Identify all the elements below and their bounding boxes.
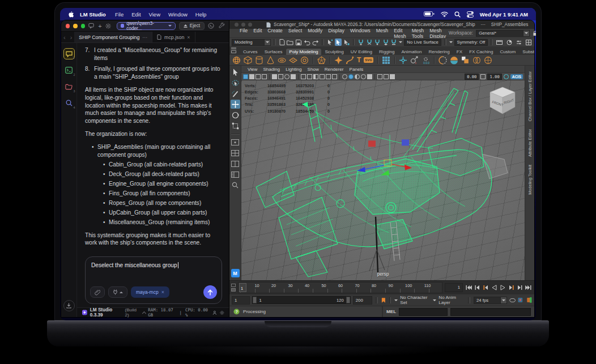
workspace-selector[interactable]: General*	[476, 30, 530, 37]
ship-wireframe-model[interactable]	[241, 80, 525, 280]
menu-item[interactable]: Edit Mesh	[391, 28, 409, 39]
menu-item[interactable]: Mesh	[373, 28, 391, 39]
command-language-label[interactable]: MEL	[386, 309, 396, 314]
panel-menu-item[interactable]: Renderer	[322, 67, 347, 72]
chat-transcript[interactable]: 7.I created a "Miscellaneous_Group" for …	[77, 43, 229, 252]
menubar-file[interactable]: File	[115, 11, 124, 18]
panel-menu-item[interactable]: View	[245, 67, 260, 72]
open-scene-icon[interactable]	[287, 38, 293, 46]
menu-item[interactable]: Create	[265, 28, 285, 39]
viewport-toolbar-icon[interactable]	[342, 74, 347, 79]
viewport-toolbar-icon[interactable]	[243, 74, 248, 79]
viewport-toolbar-icon[interactable]	[384, 74, 389, 79]
snap-view-icon[interactable]	[391, 38, 398, 46]
svg-tool-icon[interactable]: SVG	[364, 57, 373, 63]
attach-button[interactable]	[90, 286, 105, 298]
shelf-menu-icon[interactable]	[231, 48, 236, 49]
viewport-toolbar-icon[interactable]	[320, 74, 325, 79]
shelf-tab[interactable]: FX Caching	[466, 49, 496, 55]
render-settings-icon[interactable]	[515, 38, 522, 46]
wrench-icon[interactable]	[219, 23, 225, 29]
model-selector[interactable]: qwen/qwen3-coder...	[117, 22, 176, 30]
close-button[interactable]	[66, 24, 70, 28]
transform-constraint-icon[interactable]: x	[410, 56, 419, 65]
shelf-tab[interactable]: Custom	[496, 49, 519, 55]
tab-mcp-json[interactable]: mcp.json ×	[152, 32, 195, 42]
user-icon[interactable]	[212, 310, 217, 315]
step-back-frame-button[interactable]	[474, 284, 480, 291]
battery-icon[interactable]	[424, 11, 435, 17]
anim-layer-selector[interactable]: No Anim Layer	[439, 295, 465, 305]
tools-button[interactable]	[108, 286, 127, 298]
range-slider[interactable]: 1 120	[252, 296, 350, 304]
send-button[interactable]	[203, 285, 217, 299]
divider[interactable]	[491, 39, 493, 45]
menu-item[interactable]: Mesh Tools	[409, 28, 427, 39]
viewport-toolbar-icon[interactable]	[272, 74, 277, 79]
snap-point-icon[interactable]	[374, 38, 381, 46]
snap-together-icon[interactable]: 0.0.0	[422, 56, 430, 65]
shelf-tab[interactable]: Rendering	[425, 49, 453, 55]
paint-select-tool[interactable]	[231, 89, 240, 98]
zoom-button[interactable]	[81, 24, 85, 28]
layout-two-pane[interactable]	[231, 159, 240, 168]
menu-item[interactable]: Mesh Display	[427, 28, 449, 39]
menubar-clock[interactable]: Wed Apr 1 9:41 AM	[480, 11, 528, 18]
anim-start-field[interactable]: 1	[232, 296, 250, 305]
viewport-toolbar-icon[interactable]	[361, 74, 366, 79]
viewport-toolbar-icon[interactable]	[307, 74, 312, 79]
auto-key-icon[interactable]	[518, 297, 523, 303]
menu-item[interactable]: Select	[286, 28, 305, 39]
layout-four-pane[interactable]	[231, 148, 240, 157]
viewport-toolbar-icon[interactable]	[278, 74, 283, 79]
bookmark-key-icon[interactable]	[381, 297, 386, 303]
dock-tab[interactable]: Channel Box / Layer Editor	[527, 67, 533, 125]
exposure-field[interactable]: 0.00	[465, 74, 479, 80]
outliner-zoom-icon[interactable]	[231, 181, 240, 190]
new-chat-button[interactable]: +	[98, 23, 101, 29]
chevron-down-icon[interactable]	[449, 41, 453, 45]
anim-pref-icon[interactable]	[231, 288, 236, 292]
step-back-key-button[interactable]	[482, 284, 489, 291]
menubar-window[interactable]: Window	[168, 11, 188, 18]
divider[interactable]	[444, 39, 446, 45]
step-forward-key-button[interactable]	[508, 284, 514, 291]
play-forwards-button[interactable]	[499, 284, 506, 291]
menubar-app-name[interactable]: LM Studio	[80, 11, 106, 18]
mcp-server-chip[interactable]: maya-mcp ×	[131, 286, 169, 298]
chevron-down-icon[interactable]	[394, 299, 398, 303]
rotate-tool[interactable]	[231, 110, 240, 119]
viewport-canvas[interactable]: Verts:16854495163752030Edges:33803668328…	[241, 80, 525, 280]
close-tab-icon[interactable]: ×	[187, 35, 190, 40]
viewport-toolbar-icon[interactable]	[284, 74, 290, 79]
gamma-field[interactable]: 1.00	[487, 74, 501, 80]
viewport-toolbar-icon[interactable]	[249, 74, 254, 79]
search-icon[interactable]	[454, 11, 461, 18]
shelf-tab[interactable]: Surfaces	[261, 49, 286, 55]
viewport-toolbar-icon[interactable]	[480, 74, 486, 79]
panel-menu-item[interactable]: Show	[304, 67, 321, 72]
lock-icon[interactable]	[533, 31, 536, 36]
range-handle-left[interactable]	[253, 297, 257, 303]
poly-cylinder-icon[interactable]	[255, 56, 263, 65]
command-input[interactable]	[399, 308, 448, 316]
interactive-split-icon[interactable]	[450, 56, 458, 65]
snap-plane-icon[interactable]	[382, 38, 389, 46]
dock-tab[interactable]: Modeling Toolkit	[527, 161, 533, 199]
new-scene-icon[interactable]	[279, 38, 286, 46]
menu-item[interactable]: Windows	[347, 28, 373, 39]
poly-sphere-icon[interactable]	[232, 56, 241, 65]
shelf-tab[interactable]: Rigging	[376, 49, 398, 55]
back-chevron-icon[interactable]: ‹	[61, 32, 68, 42]
status-chevron-icon[interactable]	[142, 311, 146, 315]
timeline-ruler[interactable]: 0102030405060708090100110120 1	[238, 282, 442, 293]
go-to-end-button[interactable]	[525, 284, 531, 291]
chevron-down-icon[interactable]	[399, 41, 402, 45]
step-forward-frame-button[interactable]	[516, 284, 523, 291]
select-tool[interactable]	[231, 67, 240, 76]
chevron-down-icon[interactable]	[433, 299, 436, 303]
menubar-edit[interactable]: Edit	[131, 11, 141, 18]
poly-pipe-icon[interactable]	[300, 56, 309, 65]
app-version[interactable]: LM Studio 0.3.39	[90, 307, 122, 318]
menu-item[interactable]: Modify	[305, 28, 325, 39]
